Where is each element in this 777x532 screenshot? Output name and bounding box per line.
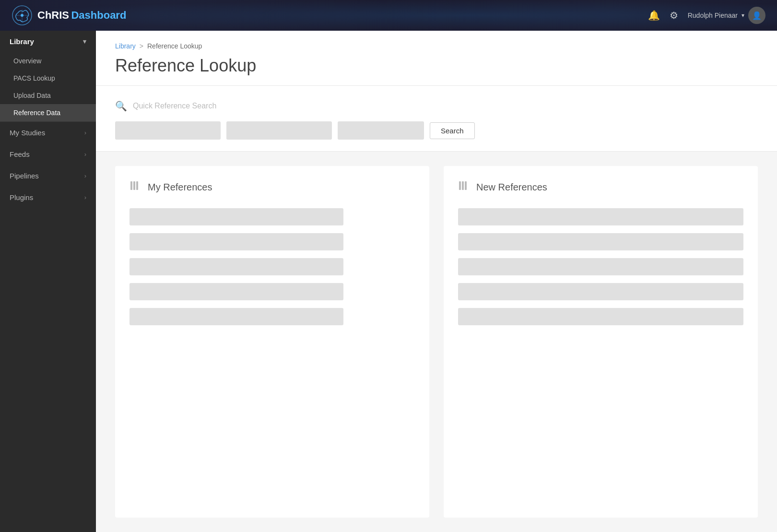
layout: Library ▾ Overview PACS Lookup Upload Da…: [0, 31, 777, 532]
bell-icon: 🔔: [648, 10, 660, 21]
settings-button[interactable]: ⚙: [670, 10, 678, 21]
svg-rect-9: [465, 181, 467, 190]
library-header[interactable]: Library ▾: [0, 31, 96, 52]
brain-icon: [12, 5, 33, 26]
page-header: Library > Reference Lookup Reference Loo…: [96, 31, 777, 86]
my-ref-skeleton-1: [130, 208, 343, 225]
svg-rect-7: [459, 181, 461, 190]
search-icon: 🔍: [115, 100, 127, 112]
notifications-button[interactable]: 🔔: [648, 10, 660, 21]
new-ref-skeleton-2: [458, 233, 743, 250]
my-studies-chevron: ›: [84, 129, 86, 136]
search-field-3[interactable]: [338, 121, 424, 140]
new-references-title: New References: [476, 182, 547, 193]
my-references-card: My References: [115, 166, 429, 518]
sidebar-item-plugins[interactable]: Plugins ›: [0, 187, 96, 208]
page-title: Reference Lookup: [115, 56, 758, 76]
library-section: Library ▾ Overview PACS Lookup Upload Da…: [0, 31, 96, 122]
sidebar-item-pipelines[interactable]: Pipelines ›: [0, 165, 96, 187]
avatar-icon: 👤: [752, 11, 762, 20]
breadcrumb: Library > Reference Lookup: [115, 42, 758, 50]
my-ref-skeleton-5: [130, 308, 343, 325]
new-ref-skeleton-3: [458, 258, 743, 275]
gear-icon: ⚙: [670, 10, 678, 21]
user-menu[interactable]: Rudolph Pienaar ▾ 👤: [688, 7, 765, 24]
search-section: 🔍 Quick Reference Search Search: [96, 86, 777, 152]
breadcrumb-library[interactable]: Library: [115, 42, 136, 50]
sidebar-item-feeds[interactable]: Feeds ›: [0, 143, 96, 165]
search-field-2[interactable]: [226, 121, 332, 140]
username-label: Rudolph Pienaar: [688, 12, 738, 19]
my-references-header: My References: [130, 179, 415, 195]
sidebar-item-pacs-lookup[interactable]: PACS Lookup: [0, 70, 96, 87]
sidebar: Library ▾ Overview PACS Lookup Upload Da…: [0, 31, 96, 532]
sidebar-item-overview[interactable]: Overview: [0, 52, 96, 70]
topnav-right: 🔔 ⚙ Rudolph Pienaar ▾ 👤: [648, 7, 765, 24]
svg-rect-4: [130, 181, 132, 190]
library-chevron: ▾: [83, 38, 86, 45]
search-field-1[interactable]: [115, 121, 221, 140]
my-ref-skeleton-3: [130, 258, 343, 275]
logo-text: ChRIS Dashboard: [37, 9, 126, 22]
feeds-chevron: ›: [84, 151, 86, 158]
svg-rect-5: [133, 181, 135, 190]
my-ref-skeleton-4: [130, 283, 343, 300]
search-fields: Search: [115, 121, 758, 140]
breadcrumb-separator: >: [140, 42, 143, 50]
search-bar: 🔍 Quick Reference Search: [115, 100, 758, 112]
my-references-icon: [130, 179, 142, 195]
main-content: Library > Reference Lookup Reference Loo…: [96, 31, 777, 532]
new-references-card: New References: [444, 166, 758, 518]
search-button[interactable]: Search: [430, 122, 475, 139]
logo[interactable]: ChRIS Dashboard: [12, 5, 126, 26]
new-ref-skeleton-4: [458, 283, 743, 300]
plugins-chevron: ›: [84, 194, 86, 201]
my-ref-skeleton-2: [130, 233, 343, 250]
svg-rect-6: [136, 181, 138, 190]
topnav: ChRIS Dashboard 🔔 ⚙ Rudolph Pienaar ▾ 👤: [0, 0, 777, 31]
my-references-title: My References: [148, 182, 212, 193]
library-label: Library: [10, 37, 34, 46]
search-placeholder: Quick Reference Search: [133, 102, 216, 110]
new-references-header: New References: [458, 179, 743, 195]
sidebar-item-upload-data[interactable]: Upload Data: [0, 87, 96, 104]
avatar: 👤: [748, 7, 765, 24]
new-ref-skeleton-1: [458, 208, 743, 225]
breadcrumb-current: Reference Lookup: [147, 42, 202, 50]
new-ref-skeleton-5: [458, 308, 743, 325]
sidebar-item-my-studies[interactable]: My Studies ›: [0, 122, 96, 143]
user-menu-chevron: ▾: [742, 12, 744, 19]
new-references-icon: [458, 179, 471, 195]
sidebar-item-reference-data[interactable]: Reference Data: [0, 104, 96, 121]
references-section: My References: [96, 152, 777, 532]
pipelines-chevron: ›: [84, 172, 86, 179]
svg-rect-8: [462, 181, 464, 190]
